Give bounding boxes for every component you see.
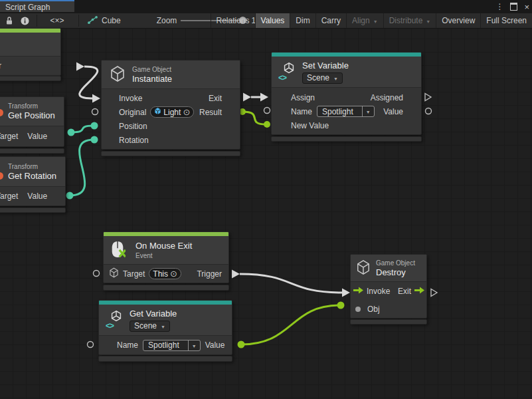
wire-result-to-newvalue[interactable] — [242, 112, 266, 124]
node-title: Get Position — [8, 110, 55, 121]
target-label: Target — [123, 269, 145, 279]
value-label: Value — [383, 107, 403, 116]
node-header: On Mouse Exit Event — [104, 236, 228, 265]
node-header: Transform Get Rotation — [0, 157, 65, 187]
variable-name-dropdown[interactable]: Spotlight ▼ — [143, 340, 201, 351]
node-footer — [271, 136, 422, 142]
node-row: Assign Assigned — [272, 90, 421, 104]
name-input-port[interactable] — [264, 108, 270, 114]
node-row: Rotation — [102, 133, 240, 147]
name-input-port[interactable] — [88, 342, 94, 348]
original-input-port[interactable] — [92, 109, 98, 115]
node-on-mouse-exit[interactable]: On Mouse Exit Event Target This ⊙ Trigge… — [103, 231, 229, 283]
node-set-variable[interactable]: <> Set Variable Scene ▼ Assign Assigned … — [271, 52, 422, 135]
variable-scope-dropdown[interactable]: Scene ▼ — [302, 72, 343, 84]
flow-input-arrowhead[interactable] — [342, 289, 350, 297]
target-object-field[interactable]: This ⊙ — [149, 268, 181, 279]
name-label: Name — [117, 340, 138, 350]
scene-variable-icon: <> — [106, 309, 124, 331]
value-input-port[interactable] — [91, 122, 98, 130]
node-get-rotation[interactable]: Transform Get Rotation Target Value — [0, 156, 66, 206]
flow-input-arrowhead[interactable] — [260, 93, 268, 102]
node-get-variable[interactable]: <> Get Variable Scene ▼ Name Spotlight ▼… — [98, 300, 232, 355]
node-footer — [0, 76, 61, 81]
wire-trigger-to-destroy[interactable] — [240, 274, 342, 293]
unity-script-graph-window: Script Graph ⋮ × <×> Cube Zoom — [0, 0, 532, 399]
node-subtitle: Event — [135, 251, 192, 260]
node-title: Get Variable — [130, 309, 177, 319]
object-picker-icon[interactable]: ⊙ — [170, 269, 177, 278]
value-output-port[interactable] — [426, 108, 432, 114]
variable-name-dropdown[interactable]: Spotlight ▼ — [317, 106, 375, 117]
assigned-output-port[interactable] — [425, 94, 431, 101]
obj-label: Obj — [367, 305, 380, 314]
flow-input-arrowhead[interactable] — [92, 94, 100, 103]
node-header: <> Get Variable Scene ▼ — [99, 305, 232, 336]
result-label: Result — [199, 108, 222, 117]
code-icon: <> — [106, 321, 114, 331]
wire-position[interactable] — [71, 126, 94, 132]
node-category: Game Object — [132, 65, 172, 74]
node-footer — [350, 319, 427, 325]
node-row: New Value — [272, 118, 421, 132]
node-clipped-event[interactable]: r — [0, 28, 61, 76]
game-object-cube-icon — [109, 267, 119, 280]
value-label: Value — [27, 192, 47, 201]
node-title: On Mouse Exit — [135, 241, 192, 251]
value-input-port[interactable] — [91, 136, 98, 144]
node-row: Target Value — [0, 187, 65, 205]
wire-rotation[interactable] — [70, 140, 94, 196]
assign-label: Assign — [291, 93, 315, 102]
wire-getvariable-to-obj[interactable] — [241, 305, 340, 344]
assigned-label: Assigned — [371, 93, 403, 102]
value-label: Value — [27, 132, 47, 141]
variable-scope-dropdown[interactable]: Scene ▼ — [130, 321, 170, 332]
wire-event-to-instantiate[interactable] — [80, 66, 98, 98]
node-row: Obj — [351, 300, 426, 318]
node-header: Transform Get Position — [0, 97, 64, 126]
node-header: <> Set Variable Scene ▼ — [272, 57, 421, 88]
exit-output-port[interactable] — [431, 289, 437, 297]
node-destroy[interactable]: Game Object Destroy Invoke Exit Obj — [350, 254, 427, 319]
node-footer — [101, 151, 240, 156]
value-input-port[interactable] — [264, 121, 270, 128]
original-object-field[interactable]: Light ⊙ — [150, 106, 194, 118]
node-get-position[interactable]: Transform Get Position Target Value — [0, 96, 64, 147]
scene-variable-icon: <> — [278, 61, 297, 82]
flow-arrow-icon — [414, 287, 424, 296]
flow-output-port[interactable] — [232, 270, 240, 279]
invoke-label: Invoke — [367, 287, 390, 296]
flow-output-port[interactable] — [243, 93, 251, 102]
node-category: Transform — [8, 162, 56, 171]
node-header: Game Object Instantiate — [102, 61, 240, 89]
node-title: Instantiate — [132, 74, 172, 84]
clipped-port-label: r — [0, 61, 1, 70]
trigger-label: Trigger — [197, 269, 222, 279]
obj-port-icon — [355, 307, 361, 312]
node-instantiate[interactable]: Game Object Instantiate Invoke Exit Orig… — [101, 60, 240, 150]
node-row: Target This ⊙ Trigger — [104, 265, 228, 283]
node-row: r — [0, 57, 60, 75]
node-row: Invoke Exit — [102, 91, 240, 105]
node-title: Get Rotation — [8, 171, 56, 182]
original-object-name: Light — [163, 108, 181, 117]
value-input-port[interactable] — [337, 302, 345, 309]
target-input-port[interactable] — [94, 271, 100, 277]
node-footer — [0, 207, 66, 213]
node-row: Position — [102, 119, 240, 133]
object-picker-icon[interactable]: ⊙ — [183, 108, 190, 116]
exit-label: Exit — [398, 287, 411, 296]
chevron-down-icon: ▼ — [333, 76, 338, 81]
target-object-name: This — [153, 269, 168, 279]
mouse-exit-icon — [110, 239, 130, 261]
node-footer — [98, 356, 232, 362]
target-label: Target — [0, 132, 18, 141]
node-footer — [103, 285, 229, 291]
target-label: Target — [0, 192, 18, 201]
node-title: Destroy — [376, 267, 415, 278]
chevron-down-icon: ▼ — [192, 344, 197, 348]
flow-output-port[interactable] — [76, 63, 84, 71]
new-value-label: New Value — [291, 121, 329, 130]
node-title: Set Variable — [302, 61, 349, 71]
node-row: Invoke Exit — [351, 282, 426, 300]
